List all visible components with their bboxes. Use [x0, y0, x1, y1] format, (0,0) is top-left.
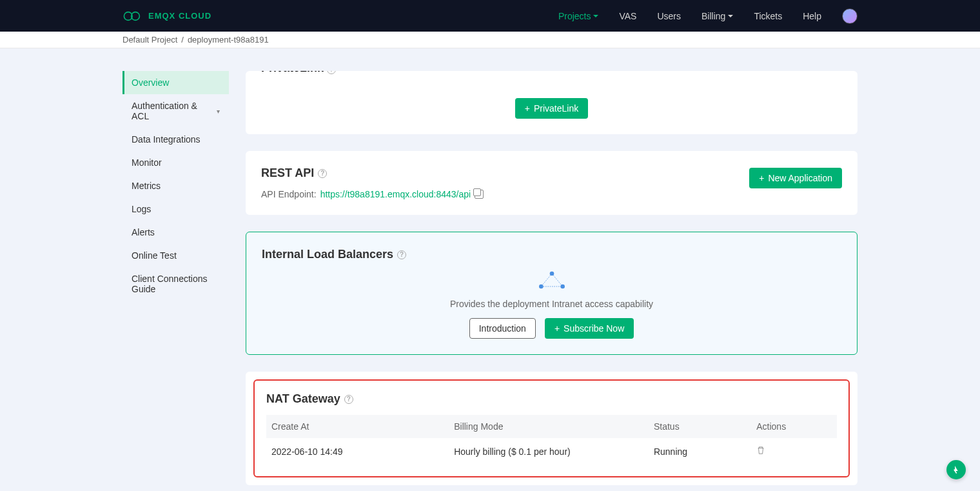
trash-icon[interactable]	[756, 446, 765, 455]
col-billing-mode: Billing Mode	[449, 415, 649, 438]
api-endpoint-label: API Endpoint:	[261, 189, 317, 199]
breadcrumb-separator: /	[181, 35, 184, 45]
top-nav: Projects VAS Users Billing Tickets Help	[558, 8, 858, 24]
rest-api-title: REST API ?	[261, 166, 327, 180]
sidebar-item-data-integrations[interactable]: Data Integrations	[122, 128, 229, 151]
plus-icon: +	[759, 174, 764, 183]
nav-help[interactable]: Help	[803, 11, 821, 21]
sidebar-item-auth[interactable]: Authentication & ACL▾	[122, 94, 229, 128]
nav-billing[interactable]: Billing	[701, 11, 733, 21]
cell-actions	[751, 438, 837, 465]
main-content: PrivateLink ? + PrivateLink REST API ? +	[246, 71, 858, 485]
privatelink-button[interactable]: + PrivateLink	[515, 98, 588, 119]
chevron-down-icon	[728, 15, 733, 17]
sidebar-item-alerts[interactable]: Alerts	[122, 221, 229, 244]
sidebar-item-monitor[interactable]: Monitor	[122, 151, 229, 174]
pointer-icon	[951, 465, 961, 475]
col-status: Status	[649, 415, 751, 438]
chevron-down-icon: ▾	[217, 108, 220, 115]
sidebar-item-overview[interactable]: Overview	[122, 71, 229, 94]
avatar[interactable]	[842, 8, 858, 24]
help-icon[interactable]: ?	[344, 395, 353, 404]
breadcrumb: Default Project / deployment-t98a8191	[0, 32, 980, 48]
ilb-title: Internal Load Balancers ?	[262, 248, 841, 261]
plus-icon: +	[554, 324, 560, 333]
sidebar-item-connections-guide[interactable]: Client Connections Guide	[122, 267, 229, 301]
nat-gateway-title: NAT Gateway ?	[266, 392, 837, 406]
col-actions: Actions	[751, 415, 837, 438]
nav-projects[interactable]: Projects	[558, 11, 599, 21]
nav-tickets[interactable]: Tickets	[754, 11, 782, 21]
nav-users[interactable]: Users	[657, 11, 681, 21]
nat-gateway-card-outer: NAT Gateway ? Create At Billing Mode Sta…	[246, 372, 858, 485]
col-create-at: Create At	[266, 415, 449, 438]
help-fab[interactable]	[946, 460, 966, 479]
nat-gateway-card: NAT Gateway ? Create At Billing Mode Sta…	[253, 379, 850, 477]
privatelink-card: PrivateLink ? + PrivateLink	[246, 71, 858, 134]
subscribe-button[interactable]: + Subscribe Now	[545, 318, 634, 339]
privatelink-title: PrivateLink ?	[261, 71, 336, 75]
api-endpoint-link[interactable]: https://t98a8191.emqx.cloud:8443/api	[320, 189, 471, 199]
top-header: EMQX CLOUD Projects VAS Users Billing Ti…	[0, 0, 980, 32]
breadcrumb-current: deployment-t98a8191	[188, 35, 269, 45]
introduction-button[interactable]: Introduction	[469, 318, 536, 339]
help-icon[interactable]: ?	[327, 71, 336, 74]
nat-table: Create At Billing Mode Status Actions 20…	[266, 415, 837, 465]
sidebar-item-metrics[interactable]: Metrics	[122, 174, 229, 197]
sidebar-item-online-test[interactable]: Online Test	[122, 244, 229, 267]
chevron-down-icon	[593, 15, 598, 17]
brand-logo[interactable]: EMQX CLOUD	[122, 10, 211, 22]
table-header-row: Create At Billing Mode Status Actions	[266, 415, 837, 438]
cell-status: Running	[649, 438, 751, 465]
table-row: 2022-06-10 14:49 Hourly billing ($ 0.1 p…	[266, 438, 837, 465]
brand-text: EMQX CLOUD	[148, 11, 211, 21]
copy-icon[interactable]	[475, 190, 484, 199]
ilb-description: Provides the deployment Intranet access …	[450, 299, 653, 309]
emqx-logo-icon	[122, 10, 143, 22]
plus-icon: +	[525, 104, 530, 113]
sidebar-item-logs[interactable]: Logs	[122, 197, 229, 221]
rest-api-card: REST API ? + New Application API Endpoin…	[246, 151, 858, 215]
api-endpoint-row: API Endpoint: https://t98a8191.emqx.clou…	[261, 189, 842, 199]
cell-billing-mode: Hourly billing ($ 0.1 per hour)	[449, 438, 649, 465]
breadcrumb-root[interactable]: Default Project	[122, 35, 177, 45]
help-icon[interactable]: ?	[397, 250, 406, 259]
page-container: Overview Authentication & ACL▾ Data Inte…	[0, 71, 980, 485]
cell-create-at: 2022-06-10 14:49	[266, 438, 449, 465]
sidebar: Overview Authentication & ACL▾ Data Inte…	[122, 71, 229, 301]
nav-vas[interactable]: VAS	[619, 11, 636, 21]
help-icon[interactable]: ?	[318, 169, 327, 178]
new-application-button[interactable]: + New Application	[749, 168, 842, 188]
network-graphic-icon	[536, 270, 568, 290]
ilb-card: Internal Load Balancers ? Provides the d…	[246, 232, 858, 355]
